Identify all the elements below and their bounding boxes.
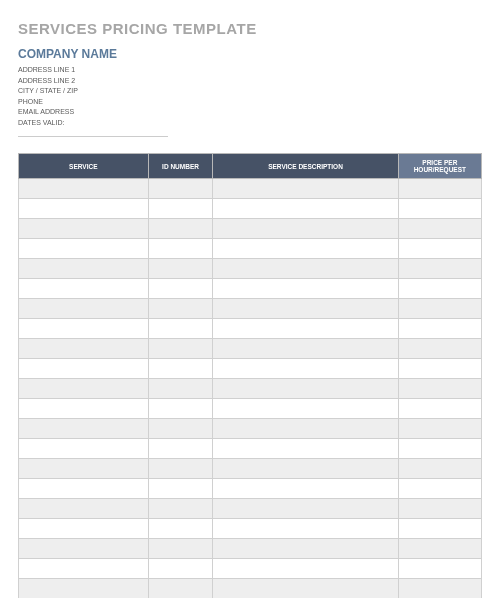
- table-cell: [19, 239, 149, 259]
- dates-valid: DATES VALID:: [18, 118, 482, 129]
- table-cell: [398, 339, 481, 359]
- table-cell: [213, 419, 398, 439]
- table-cell: [19, 399, 149, 419]
- table-row: [19, 219, 482, 239]
- table-cell: [148, 579, 213, 599]
- table-cell: [19, 519, 149, 539]
- table-row: [19, 579, 482, 599]
- table-cell: [148, 519, 213, 539]
- address-line-1: ADDRESS LINE 1: [18, 65, 482, 76]
- table-cell: [148, 539, 213, 559]
- table-cell: [398, 439, 481, 459]
- table-row: [19, 559, 482, 579]
- column-header-price: PRICE PER HOUR/REQUEST: [398, 154, 481, 179]
- table-cell: [213, 439, 398, 459]
- table-cell: [213, 339, 398, 359]
- table-cell: [148, 259, 213, 279]
- table-cell: [148, 239, 213, 259]
- table-row: [19, 419, 482, 439]
- table-row: [19, 499, 482, 519]
- table-row: [19, 279, 482, 299]
- table-cell: [148, 359, 213, 379]
- table-cell: [19, 279, 149, 299]
- table-cell: [398, 179, 481, 199]
- table-cell: [398, 239, 481, 259]
- table-cell: [398, 219, 481, 239]
- table-row: [19, 179, 482, 199]
- table-cell: [398, 479, 481, 499]
- table-cell: [19, 419, 149, 439]
- table-cell: [398, 379, 481, 399]
- table-row: [19, 439, 482, 459]
- table-cell: [398, 299, 481, 319]
- table-cell: [398, 499, 481, 519]
- table-cell: [19, 579, 149, 599]
- table-cell: [148, 179, 213, 199]
- table-cell: [148, 499, 213, 519]
- table-cell: [213, 279, 398, 299]
- table-cell: [398, 459, 481, 479]
- table-cell: [213, 539, 398, 559]
- table-cell: [213, 359, 398, 379]
- table-cell: [148, 279, 213, 299]
- city-state-zip: CITY / STATE / ZIP: [18, 86, 482, 97]
- table-row: [19, 519, 482, 539]
- table-cell: [19, 219, 149, 239]
- table-cell: [398, 259, 481, 279]
- table-cell: [213, 379, 398, 399]
- table-cell: [398, 199, 481, 219]
- table-cell: [19, 379, 149, 399]
- document-title: SERVICES PRICING TEMPLATE: [18, 20, 482, 37]
- table-cell: [213, 519, 398, 539]
- table-row: [19, 339, 482, 359]
- table-cell: [148, 439, 213, 459]
- table-body: [19, 179, 482, 599]
- column-header-service: SERVICE: [19, 154, 149, 179]
- table-cell: [148, 459, 213, 479]
- table-cell: [213, 259, 398, 279]
- table-cell: [148, 219, 213, 239]
- table-row: [19, 239, 482, 259]
- table-cell: [19, 439, 149, 459]
- table-cell: [148, 479, 213, 499]
- table-row: [19, 459, 482, 479]
- table-cell: [148, 419, 213, 439]
- table-header-row: SERVICE ID NUMBER SERVICE DESCRIPTION PR…: [19, 154, 482, 179]
- table-cell: [148, 299, 213, 319]
- table-cell: [19, 359, 149, 379]
- table-cell: [213, 399, 398, 419]
- table-row: [19, 199, 482, 219]
- table-cell: [19, 539, 149, 559]
- table-cell: [19, 179, 149, 199]
- table-row: [19, 379, 482, 399]
- table-cell: [213, 499, 398, 519]
- table-cell: [19, 319, 149, 339]
- table-row: [19, 539, 482, 559]
- table-cell: [213, 299, 398, 319]
- table-cell: [213, 479, 398, 499]
- table-row: [19, 479, 482, 499]
- table-row: [19, 299, 482, 319]
- table-row: [19, 359, 482, 379]
- table-row: [19, 319, 482, 339]
- table-cell: [398, 539, 481, 559]
- company-name: COMPANY NAME: [18, 47, 482, 61]
- table-cell: [398, 559, 481, 579]
- table-row: [19, 259, 482, 279]
- table-cell: [19, 559, 149, 579]
- table-cell: [19, 299, 149, 319]
- table-cell: [213, 459, 398, 479]
- email-address: EMAIL ADDRESS: [18, 107, 482, 118]
- table-cell: [213, 559, 398, 579]
- phone: PHONE: [18, 97, 482, 108]
- table-cell: [148, 399, 213, 419]
- table-cell: [148, 559, 213, 579]
- pricing-table: SERVICE ID NUMBER SERVICE DESCRIPTION PR…: [18, 153, 482, 598]
- table-cell: [148, 379, 213, 399]
- table-cell: [398, 519, 481, 539]
- table-cell: [19, 499, 149, 519]
- table-cell: [148, 319, 213, 339]
- table-cell: [213, 219, 398, 239]
- column-header-service-description: SERVICE DESCRIPTION: [213, 154, 398, 179]
- table-cell: [213, 239, 398, 259]
